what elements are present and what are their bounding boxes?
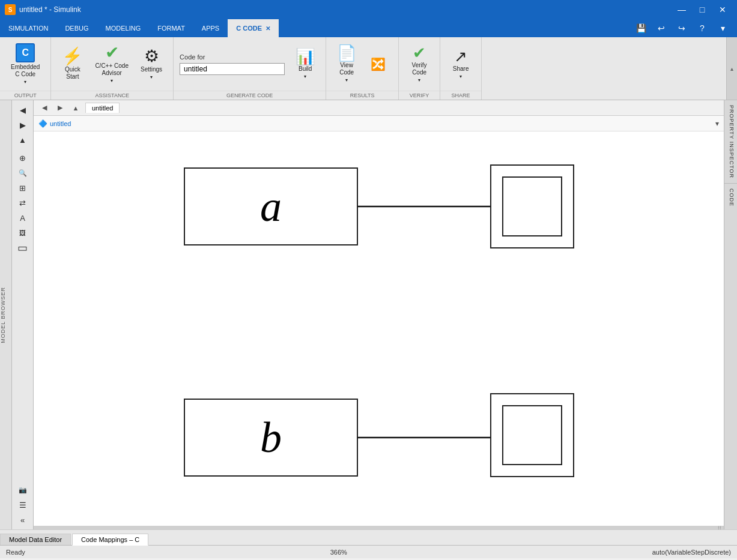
canvas-path-bar: 🔷 untitled ▾ [34, 116, 724, 131]
breadcrumb-tab[interactable]: untitled [85, 103, 120, 113]
breadcrumb-back-button[interactable]: ◀ [38, 102, 50, 114]
menubar: SIMULATION DEBUG MODELING FORMAT APPS C … [0, 19, 737, 37]
share-button[interactable]: ↗ Share ▾ [446, 46, 475, 82]
save-icon[interactable]: 💾 [631, 19, 651, 38]
zoom-fit-button[interactable]: ⊞ [14, 181, 31, 195]
cpp-advisor-button[interactable]: ✔ C/C++ CodeAdvisor ▾ [90, 42, 133, 86]
path-icon: 🔷 [38, 119, 47, 128]
left-tools: ◀ ▶ ▲ ⊕ 🔍 ⊞ ⇄ A 🖼 ▭ 📷 ☰ « [12, 100, 34, 529]
embedded-c-code-caret[interactable]: ▾ [24, 79, 26, 85]
breadcrumb-up-button[interactable]: ▲ [70, 102, 82, 114]
quick-start-icon: ⚡ [62, 48, 83, 65]
toolbar-section-verify-content: ✔ VerifyCode ▾ [399, 37, 440, 91]
code-mappings-tab[interactable]: Code Mappings – C [72, 534, 148, 546]
sidebar-label-model-browser: Model Browser [0, 100, 12, 529]
titlebar-left: S untitled * - Simulink [5, 4, 81, 15]
menu-debug[interactable]: DEBUG [56, 19, 97, 37]
path-dropdown-button[interactable]: ▾ [715, 119, 719, 128]
embedded-c-code-icon: C [16, 43, 35, 62]
share-label-footer: SHARE [440, 91, 481, 100]
toolbar-section-assistance: ⚡ QuickStart ✔ C/C++ CodeAdvisor ▾ ⚙ Set… [51, 37, 174, 100]
model-data-editor-tab[interactable]: Model Data Editor [0, 534, 71, 545]
quick-start-button[interactable]: ⚡ QuickStart [57, 46, 88, 83]
image-button[interactable]: 🖼 [14, 226, 31, 240]
main-area: Model Browser ◀ ▶ ▲ ⊕ 🔍 ⊞ ⇄ A 🖼 ▭ 📷 ☰ « [0, 100, 737, 545]
toolbar-section-results-content: 📄 ViewCode ▾ 🔀 [326, 37, 398, 91]
help-icon[interactable]: ? [693, 19, 712, 38]
menu-format[interactable]: FORMAT [149, 19, 193, 37]
verify-code-caret[interactable]: ▾ [418, 77, 420, 83]
status-ready: Ready [6, 549, 25, 556]
nav-back-button[interactable]: ◀ [14, 103, 31, 117]
toolbar-section-generate: Code for 📊 Build ▾ GENERATE CODE [174, 37, 326, 100]
block-a-label: a [260, 182, 282, 232]
settings-caret[interactable]: ▾ [150, 74, 153, 80]
block-a-output-inner [502, 176, 562, 236]
rect-button[interactable]: ▭ [14, 241, 31, 255]
pan-button[interactable]: ⊕ [14, 151, 31, 165]
results-label: RESULTS [326, 91, 398, 100]
path-text[interactable]: untitled [50, 120, 71, 127]
cpp-advisor-caret[interactable]: ▾ [111, 78, 113, 83]
view-code-button[interactable]: 📄 ViewCode ▾ [332, 43, 361, 85]
breadcrumb-forward-button[interactable]: ▶ [54, 102, 66, 114]
toolbar: C EmbeddedC Code ▾ OUTPUT ⚡ QuickStart ✔… [0, 37, 737, 100]
embedded-c-code-button[interactable]: C EmbeddedC Code ▾ [6, 41, 44, 87]
embedded-c-code-label: EmbeddedC Code [11, 64, 40, 78]
nav-forward-button[interactable]: ▶ [14, 118, 31, 132]
code-for-input[interactable] [180, 63, 285, 75]
toolbar-section-output: C EmbeddedC Code ▾ OUTPUT [0, 37, 51, 100]
text-button[interactable]: A [14, 211, 31, 225]
zoom-in-button[interactable]: 🔍 [14, 166, 31, 180]
menu-simulation[interactable]: SIMULATION [0, 19, 56, 37]
redo-icon[interactable]: ↪ [672, 19, 691, 38]
build-button[interactable]: 📊 Build ▾ [291, 46, 320, 82]
toolbar-scroll-arrow: ▴ [730, 65, 733, 72]
left-sidebar: Model Browser ◀ ▶ ▲ ⊕ 🔍 ⊞ ⇄ A 🖼 ▭ 📷 ☰ « [0, 100, 34, 529]
arrows-button[interactable]: ⇄ [14, 196, 31, 210]
block-a-output[interactable] [490, 164, 574, 248]
build-caret[interactable]: ▾ [304, 74, 306, 79]
build-icon: 📊 [296, 49, 315, 64]
verify-label: VERIFY [399, 91, 440, 100]
verify-code-label: VerifyCode [412, 62, 427, 76]
list-button[interactable]: ☰ [14, 498, 31, 512]
menu-ccode[interactable]: C CODE ✕ [228, 19, 279, 37]
block-b-output[interactable] [490, 393, 574, 477]
block-a[interactable]: a [184, 167, 358, 245]
code-panel-label[interactable]: Code [724, 184, 737, 211]
generate-code-label: GENERATE CODE [174, 91, 326, 100]
verify-code-icon: ✔ [413, 45, 426, 61]
assistance-label: ASSISTANCE [51, 91, 173, 100]
menu-apps[interactable]: APPS [193, 19, 228, 37]
toolbar-row: C EmbeddedC Code ▾ OUTPUT ⚡ QuickStart ✔… [0, 37, 737, 100]
canvas-resize-handle[interactable]: ⁞⁞ [34, 526, 724, 529]
view-code-extra-icon: 🔀 [371, 57, 386, 71]
toolbar-section-share-content: ↗ Share ▾ [440, 37, 481, 91]
block-b[interactable]: b [184, 399, 358, 477]
toolbar-section-generate-content: Code for 📊 Build ▾ [174, 37, 326, 91]
verify-code-button[interactable]: ✔ VerifyCode ▾ [405, 43, 434, 85]
close-button[interactable]: ✕ [713, 0, 732, 19]
menu-expand-icon[interactable]: ▾ [713, 19, 732, 38]
canvas-content[interactable]: a b ⁞⁞ [34, 131, 724, 529]
block-b-label: b [260, 413, 282, 463]
settings-button[interactable]: ⚙ Settings ▾ [136, 46, 167, 82]
collapse-sidebar-button[interactable]: « [14, 513, 31, 527]
status-solver: auto(VariableStepDiscrete) [652, 549, 731, 556]
toolbar-section-share: ↗ Share ▾ SHARE [440, 37, 482, 100]
camera-button[interactable]: 📷 [14, 483, 31, 497]
undo-icon[interactable]: ↩ [652, 19, 671, 38]
menu-modeling[interactable]: MODELING [97, 19, 150, 37]
minimize-button[interactable]: — [672, 0, 691, 19]
view-code-caret[interactable]: ▾ [345, 77, 348, 83]
maximize-button[interactable]: □ [693, 0, 712, 19]
cpp-advisor-icon: ✔ [105, 44, 119, 61]
ccode-tab-close[interactable]: ✕ [265, 25, 270, 32]
canvas-breadcrumb: ◀ ▶ ▲ untitled [34, 100, 724, 116]
nav-up-button[interactable]: ▲ [14, 133, 31, 147]
property-inspector-label[interactable]: Property Inspector [724, 100, 737, 184]
share-caret[interactable]: ▾ [459, 74, 462, 79]
view-code-extra-button[interactable]: 🔀 [363, 55, 392, 74]
cpp-advisor-label: C/C++ CodeAdvisor [95, 62, 129, 77]
